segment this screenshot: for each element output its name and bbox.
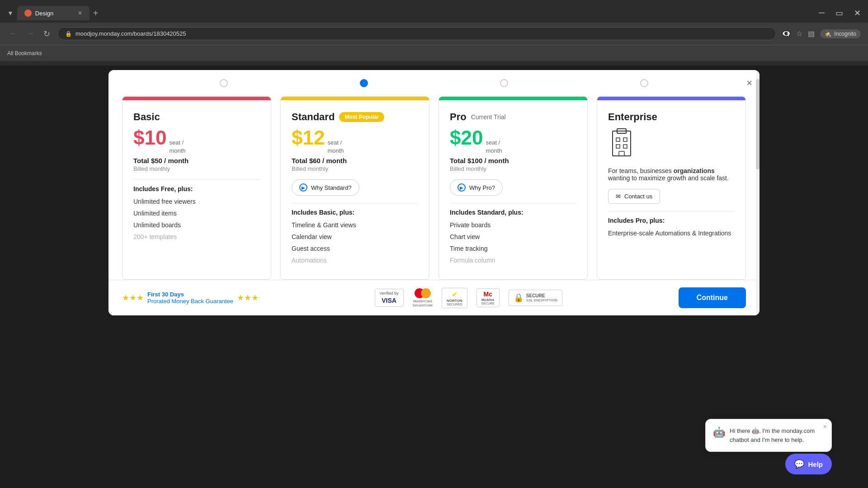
ssl-lock-icon: 🔒 — [514, 293, 524, 303]
pro-price-period: seat /month — [486, 139, 502, 155]
standard-total-price: Total $60 / month — [292, 157, 418, 164]
profile-icon[interactable]: ▤ — [808, 29, 815, 38]
chat-text: Hi there 🤖, I'm the monday.com chatbot a… — [730, 427, 824, 444]
step-1-dot[interactable] — [220, 79, 228, 87]
basic-feature-1: Unlimited free viewers — [133, 198, 260, 205]
pro-includes-label: Includes Standard, plus: — [450, 209, 576, 216]
visa-logo: VISA — [382, 296, 396, 305]
modal-footer: ★★★ First 30 Days Prorated Money Back Gu… — [108, 280, 760, 315]
tab-back-arrow[interactable]: ▼ — [4, 8, 17, 19]
guarantee-text: First 30 Days Prorated Money Back Guaran… — [147, 291, 233, 305]
standard-divider — [292, 203, 418, 203]
mastercard-badge: MasterCardSecureCode — [413, 288, 433, 307]
mcafee-badge: Mc McAfee SECURE — [476, 288, 500, 307]
basic-feature-2: Unlimited items — [133, 210, 260, 217]
tab-favicon — [24, 9, 32, 17]
standard-includes-label: Includes Basic, plus: — [292, 209, 418, 216]
modal-scrollbar-thumb[interactable] — [756, 79, 760, 169]
close-window-button[interactable]: ✕ — [850, 8, 864, 18]
svg-rect-7 — [619, 151, 624, 156]
enterprise-plan-name: Enterprise — [608, 111, 735, 123]
window-controls: ─ ▭ ✕ — [815, 8, 864, 18]
url-text: moodjoy.monday.com/boards/1830420525 — [75, 30, 769, 37]
contact-us-button[interactable]: ✉ Contact us — [608, 189, 660, 204]
guarantee-title: First 30 Days — [147, 291, 233, 298]
mastercard-icon — [415, 288, 431, 298]
pro-plan-card: Pro Current Trial $20 seat /month Total … — [439, 96, 588, 280]
pricing-modal: × Basic $10 seat /month — [108, 70, 760, 315]
chat-avatar-icon: 🤖 — [713, 427, 725, 438]
svg-rect-5 — [616, 145, 620, 148]
mcafee-label: McAfee — [481, 298, 494, 302]
ssl-secure-label: SECURE — [526, 293, 557, 298]
svg-rect-6 — [623, 145, 627, 148]
step-4-dot[interactable] — [640, 79, 648, 87]
new-tab-button[interactable]: + — [90, 6, 102, 20]
eye-off-icon[interactable]: 👁‍🗨 — [782, 29, 791, 38]
enterprise-divider — [608, 211, 735, 211]
maximize-button[interactable]: ▭ — [832, 8, 847, 18]
mcafee-secure-label: SECURE — [481, 302, 495, 305]
mail-icon: ✉ — [616, 193, 621, 200]
bookmarks-bar: All Bookmarks — [0, 45, 868, 61]
enterprise-plan-header-bar — [597, 97, 745, 100]
standard-billed-period: Billed monthly — [292, 165, 418, 172]
tab-close-button[interactable]: ✕ — [78, 10, 82, 16]
pro-feature-3: Time tracking — [450, 245, 576, 252]
standard-price-amount: $12 — [292, 127, 325, 149]
step-indicators — [108, 70, 760, 96]
tab-label: Design — [35, 10, 53, 17]
active-tab[interactable]: Design ✕ — [17, 6, 90, 20]
pro-total-price: Total $100 / month — [450, 157, 576, 164]
standard-feature-3: Guest access — [292, 245, 418, 252]
pro-price-amount: $20 — [450, 127, 483, 149]
pro-divider — [450, 203, 576, 203]
why-standard-button[interactable]: ▶ Why Standard? — [292, 179, 359, 196]
svg-rect-3 — [616, 138, 620, 141]
forward-button[interactable]: → — [24, 27, 36, 40]
incognito-label: Incognito — [834, 31, 856, 37]
basic-feature-4: 200+ templates — [133, 233, 260, 240]
step-3-dot[interactable] — [500, 79, 508, 87]
enterprise-description: For teams, businesses organizations want… — [608, 167, 735, 182]
step-2-dot[interactable] — [360, 79, 368, 87]
back-button[interactable]: ← — [7, 27, 19, 40]
basic-divider — [133, 179, 260, 180]
enterprise-feature-1: Enterprise-scale Automations & Integrati… — [608, 230, 735, 237]
address-bar[interactable]: 🔒 moodjoy.monday.com/boards/1830420525 — [57, 27, 776, 40]
all-bookmarks-link[interactable]: All Bookmarks — [7, 50, 42, 56]
enterprise-building-icon — [608, 127, 735, 160]
svg-rect-1 — [613, 131, 631, 156]
visa-badge: Verified by VISA — [375, 289, 404, 307]
modal-close-button[interactable]: × — [746, 77, 752, 89]
bookmark-icon[interactable]: ☆ — [796, 29, 802, 38]
incognito-badge: 🕵 Incognito — [820, 29, 861, 38]
why-pro-button[interactable]: ▶ Why Pro? — [450, 179, 503, 196]
svg-rect-4 — [623, 138, 627, 141]
plans-container: Basic $10 seat /month Total $50 / month … — [108, 96, 760, 280]
norton-label: NORTON — [447, 299, 462, 303]
ssl-lock-icon: 🔒 — [65, 31, 72, 37]
norton-secured-label: SECURED — [447, 303, 462, 306]
stars-left: ★★★ — [122, 293, 144, 303]
standard-feature-4: Automations — [292, 257, 418, 264]
most-popular-badge: Most Popular — [339, 112, 384, 122]
continue-button[interactable]: Continue — [679, 287, 746, 308]
ssl-encryption-label: SSL ENCRYPTION — [526, 298, 557, 302]
standard-plan-card: Standard Most Popular $12 seat /month To… — [280, 96, 429, 280]
verified-by-label: Verified by — [380, 291, 399, 296]
basic-plan-content: Basic $10 seat /month Total $50 / month … — [123, 100, 271, 279]
chat-close-button[interactable]: × — [823, 423, 827, 430]
refresh-button[interactable]: ↻ — [42, 27, 52, 41]
current-trial-badge: Current Trial — [471, 113, 506, 121]
mastercard-label: MasterCardSecureCode — [413, 299, 433, 307]
basic-price-row: $10 seat /month — [133, 127, 260, 155]
svg-point-0 — [26, 11, 30, 15]
help-button[interactable]: 💬 Help — [785, 454, 832, 474]
pro-billed-period: Billed monthly — [450, 165, 576, 172]
guarantee-subtitle: Prorated Money Back Guarantee — [147, 298, 233, 305]
pro-price-row: $20 seat /month — [450, 127, 576, 155]
basic-includes-label: Includes Free, plus: — [133, 185, 260, 192]
minimize-button[interactable]: ─ — [815, 8, 828, 18]
browser-chrome: ▼ Design ✕ + ─ ▭ ✕ ← → ↻ 🔒 moodjoy.monda… — [0, 0, 868, 66]
